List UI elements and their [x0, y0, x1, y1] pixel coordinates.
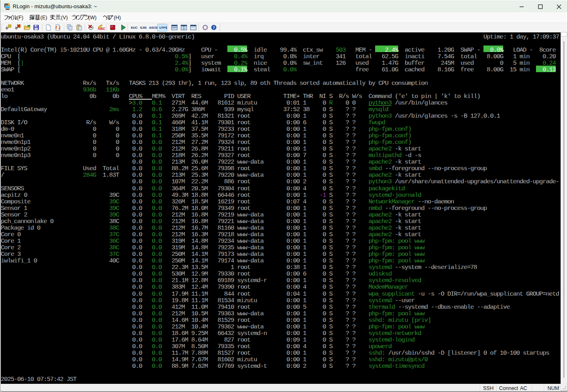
svg-text:EUC: EUC: [131, 26, 138, 30]
svg-text:?: ?: [213, 25, 215, 30]
svg-text:SJIS: SJIS: [140, 26, 147, 30]
svg-text:(W): (W): [88, 15, 96, 21]
svg-text:(E): (E): [41, 15, 48, 21]
svg-text:(F): (F): [17, 15, 23, 21]
svg-text:ASCII: ASCII: [149, 26, 157, 30]
svg-text:(V): (V): [61, 15, 68, 21]
svg-text:UTF8: UTF8: [159, 26, 167, 30]
svg-text:(H): (H): [114, 15, 121, 21]
